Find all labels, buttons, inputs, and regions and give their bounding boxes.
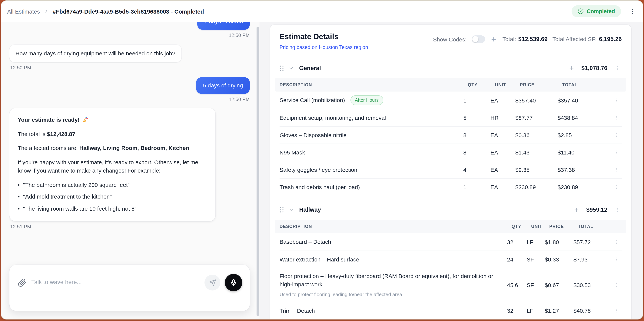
- pricing-region-link[interactable]: Pricing based on Houston Texas region: [280, 44, 368, 50]
- example-change-item: "The bathroom is actually 200 square fee…: [18, 181, 207, 189]
- row-price: $1.27: [545, 308, 574, 314]
- message-timestamp: 12:50 PM: [10, 65, 31, 70]
- paperclip-icon[interactable]: [17, 278, 27, 288]
- row-price: $0.67: [545, 282, 574, 288]
- row-unit: LF: [527, 308, 545, 314]
- row-description: N95 Mask: [280, 145, 463, 160]
- table-row: Water extraction – Hard surface 24 SF $0…: [280, 251, 622, 268]
- section-name: General: [299, 65, 321, 72]
- column-header: TOTAL: [562, 83, 614, 87]
- drag-handle-icon[interactable]: [280, 65, 284, 71]
- estimate-controls: Show Codes: Total: $12,539.69 Total Affe…: [433, 35, 622, 43]
- column-header: QTY: [512, 224, 531, 229]
- row-menu-button[interactable]: [612, 131, 620, 139]
- column-header: UNIT: [531, 224, 549, 229]
- section-menu-button[interactable]: [614, 206, 622, 214]
- table-header-row: DESCRIPTION QTY UNIT PRICE TOTAL: [275, 220, 626, 233]
- show-codes-toggle[interactable]: [472, 35, 485, 43]
- row-menu-button[interactable]: [612, 238, 620, 246]
- column-header: TOTAL: [578, 224, 614, 229]
- chevron-right-icon: [44, 9, 49, 14]
- section-general: General $1,078.76: [280, 58, 622, 195]
- row-total: $357.40: [558, 97, 610, 103]
- column-header: QTY: [468, 83, 495, 87]
- chat-scrollbar-thumb[interactable]: [256, 27, 259, 316]
- breadcrumb-current-estimate: #Fbd674a9-Dde9-4aa9-B5d5-3eb819638003 - …: [53, 8, 204, 14]
- chevron-down-icon[interactable]: [288, 207, 294, 212]
- row-description: Equipment setup, monitoring, and removal: [280, 110, 463, 126]
- row-total: $40.78: [574, 308, 610, 314]
- row-subdescription: Used to protect flooring leading to/near…: [280, 291, 502, 298]
- column-header: DESCRIPTION: [280, 83, 468, 87]
- row-qty: 4: [463, 166, 490, 173]
- row-menu-button[interactable]: [612, 281, 620, 289]
- mic-button[interactable]: [225, 274, 242, 291]
- example-change-item: "Add mold treatment to the kitchen": [18, 192, 207, 201]
- section-header: Hallway $959.12: [280, 200, 622, 220]
- estimate-ready-heading: Your estimate is ready!: [18, 116, 207, 124]
- send-button[interactable]: [204, 275, 220, 291]
- mic-icon: [230, 279, 237, 286]
- row-description: Baseboard – Detach: [280, 234, 507, 250]
- estimate-detail-pane: Estimate Details Pricing based on Housto…: [260, 22, 643, 319]
- row-price: $9.35: [515, 166, 558, 173]
- after-hours-badge: After Hours: [350, 95, 383, 105]
- toggle-knob: [472, 36, 478, 42]
- section-subtotal: $1,078.76: [581, 65, 608, 72]
- table-row: Trash and debris haul (per load) 1 EA $2…: [280, 178, 622, 195]
- row-total: $230.89: [558, 184, 610, 190]
- row-price: $230.89: [515, 184, 558, 190]
- table-row: Floor protection – Heavy-duty fiberboard…: [280, 268, 622, 302]
- row-total: $37.38: [558, 166, 610, 173]
- row-total: $438.84: [558, 115, 610, 121]
- row-menu-button[interactable]: [612, 148, 620, 157]
- row-menu-button[interactable]: [612, 96, 620, 104]
- row-menu-button[interactable]: [612, 307, 620, 315]
- example-change-list: "The bathroom is actually 200 square fee…: [18, 181, 207, 213]
- table-row: Trim – Detach 32 LF $1.27 $40.78: [280, 302, 622, 319]
- breadcrumb-all-estimates[interactable]: All Estimates: [7, 8, 40, 14]
- message-timestamp: 12:51 PM: [10, 224, 31, 229]
- row-menu-button[interactable]: [612, 114, 620, 122]
- row-qty: 32: [507, 308, 527, 314]
- row-unit: EA: [490, 97, 515, 103]
- row-qty: 8: [463, 132, 490, 138]
- row-description: Trash and debris haul (per load): [280, 179, 463, 195]
- top-bar-right: Completed: [572, 5, 637, 17]
- row-menu-button[interactable]: [612, 255, 620, 264]
- message-timestamp: 12:50 PM: [229, 96, 250, 102]
- row-unit: HR: [490, 115, 515, 121]
- send-icon: [209, 279, 216, 286]
- add-line-item-button[interactable]: [568, 64, 575, 72]
- row-price: $357.40: [515, 97, 558, 103]
- row-qty: 5: [463, 115, 490, 121]
- row-total: $2.85: [558, 132, 610, 138]
- table-row: Safety goggles / eye protection 4 EA $9.…: [280, 161, 622, 178]
- row-description: Trim – Detach: [280, 303, 507, 319]
- column-header: PRICE: [520, 83, 562, 87]
- status-badge-label: Completed: [587, 8, 615, 14]
- table-row: Service Call (mobilization) After Hours …: [280, 92, 622, 109]
- row-price: $1.43: [515, 149, 558, 156]
- row-total: $30.53: [574, 282, 610, 288]
- chevron-down-icon[interactable]: [288, 66, 294, 71]
- row-qty: 1: [463, 184, 490, 190]
- drag-handle-icon[interactable]: [280, 207, 284, 213]
- section-menu-button[interactable]: [614, 64, 622, 72]
- page-menu-button[interactable]: [628, 7, 637, 16]
- add-line-item-button[interactable]: [573, 206, 580, 214]
- row-menu-button[interactable]: [612, 165, 620, 174]
- row-description: Gloves – Disposable nitrile: [280, 127, 463, 143]
- row-unit: EA: [490, 132, 515, 138]
- row-total: $11.40: [558, 149, 610, 156]
- row-description: Safety goggles / eye protection: [280, 162, 463, 178]
- chat-message-input[interactable]: [31, 275, 156, 290]
- row-unit: SF: [527, 282, 545, 288]
- row-unit: SF: [527, 256, 545, 263]
- column-header: DESCRIPTION: [280, 224, 512, 229]
- row-menu-button[interactable]: [612, 183, 620, 191]
- row-qty: 32: [507, 239, 527, 245]
- add-section-button[interactable]: [490, 35, 498, 43]
- page-title: Estimate Details: [280, 32, 368, 41]
- table-row: Gloves – Disposable nitrile 8 EA $0.36 $…: [280, 126, 622, 144]
